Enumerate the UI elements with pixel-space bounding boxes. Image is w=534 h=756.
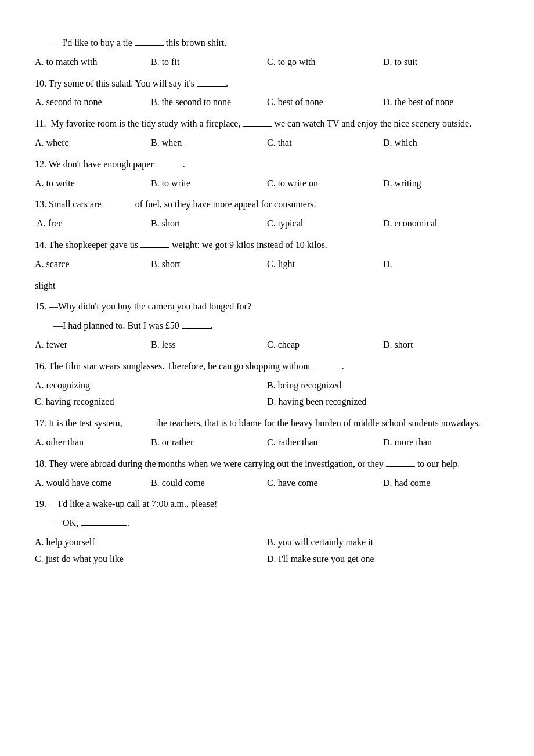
option-c: C. light (267, 256, 383, 273)
option-d: D. which (383, 135, 499, 152)
options-19: A. help yourself B. you will certainly m… (35, 534, 499, 568)
options-16-row1: A. recognizing B. being recognized (35, 377, 499, 394)
question-intro: —I'd like to buy a tie this brown shirt.… (35, 35, 499, 71)
question-18: 18. They were abroad during the months w… (35, 456, 499, 492)
option-b: B. could come (151, 475, 267, 492)
options-10: A. second to none B. the second to none … (35, 94, 499, 111)
blank (154, 167, 183, 167)
option-d: D. short (383, 337, 499, 354)
option-d: D. more than (383, 434, 499, 451)
blank (125, 426, 154, 426)
option-a: A. help yourself (35, 534, 267, 551)
question-12-text: 12. We don't have enough paper. (35, 156, 499, 173)
question-17: 17. It is the test system, the teachers,… (35, 415, 499, 451)
options-12: A. to write B. to write C. to write on D… (35, 175, 499, 192)
option-d: D. writing (383, 175, 499, 192)
option-c: C. typical (267, 215, 383, 232)
blank (182, 328, 211, 329)
option-b: B. being recognized (267, 377, 499, 394)
question-13: 13. Small cars are of fuel, so they have… (35, 196, 499, 232)
question-11-text: 11. My favorite room is the tidy study w… (35, 116, 499, 132)
option-c: C. have come (267, 475, 383, 492)
option-c: C. cheap (267, 337, 383, 354)
question-15b-text: —I had planned to. But I was £50 . (35, 318, 499, 334)
option-b: B. short (151, 256, 267, 273)
options-11: A. where B. when C. that D. which (35, 135, 499, 152)
question-18-text: 18. They were abroad during the months w… (35, 456, 499, 473)
blank (313, 369, 342, 369)
options-18: A. would have come B. could come C. have… (35, 475, 499, 492)
option-d: D. having been recognized (267, 394, 499, 411)
question-13-text: 13. Small cars are of fuel, so they have… (35, 196, 499, 213)
option-a: A. to write (35, 175, 151, 192)
blank (197, 86, 226, 87)
question-19b-text: —OK, . (35, 515, 499, 532)
options-19-row1: A. help yourself B. you will certainly m… (35, 534, 499, 551)
options-16: A. recognizing B. being recognized C. ha… (35, 377, 499, 411)
option-b: B. less (151, 337, 267, 354)
option-d: D. to suit (383, 54, 499, 71)
option-b: B. you will certainly make it (267, 534, 499, 551)
option-c: C. to go with (267, 54, 383, 71)
options-19-row2: C. just do what you like D. I'll make su… (35, 551, 499, 568)
options-intro: A. to match with B. to fit C. to go with… (35, 54, 499, 71)
question-15: 15. —Why didn't you buy the camera you h… (35, 298, 499, 353)
question-10: 10. Try some of this salad. You will say… (35, 75, 499, 111)
option-d: D. economical (383, 215, 499, 232)
options-13: A. free B. short C. typical D. economica… (35, 215, 499, 232)
blank (81, 525, 127, 526)
option-d-continued: slight (35, 278, 499, 294)
options-14: A. scarce B. short C. light D. (35, 256, 499, 273)
question-10-text: 10. Try some of this salad. You will say… (35, 75, 499, 92)
page-content: —I'd like to buy a tie this brown shirt.… (35, 35, 499, 568)
question-15a-text: 15. —Why didn't you buy the camera you h… (35, 298, 499, 315)
option-c: C. to write on (267, 175, 383, 192)
option-c: C. having recognized (35, 394, 267, 411)
question-16: 16. The film star wears sunglasses. Ther… (35, 358, 499, 411)
question-12: 12. We don't have enough paper. A. to wr… (35, 156, 499, 192)
question-14: 14. The shopkeeper gave us weight: we go… (35, 237, 499, 294)
option-a: A. to match with (35, 54, 151, 71)
question-17-text: 17. It is the test system, the teachers,… (35, 415, 499, 432)
question-16-text: 16. The film star wears sunglasses. Ther… (35, 358, 499, 375)
option-a: A. would have come (35, 475, 151, 492)
options-15: A. fewer B. less C. cheap D. short (35, 337, 499, 354)
blank (140, 247, 169, 248)
option-b: B. short (151, 215, 267, 232)
option-b: B. to fit (151, 54, 267, 71)
question-19a-text: 19. —I'd like a wake-up call at 7:00 a.m… (35, 496, 499, 513)
option-a: A. scarce (35, 256, 151, 273)
question-11: 11. My favorite room is the tidy study w… (35, 116, 499, 152)
option-d: D. I'll make sure you get one (267, 551, 499, 568)
option-a: A. free (35, 215, 151, 232)
option-c: C. that (267, 135, 383, 152)
options-17: A. other than B. or rather C. rather tha… (35, 434, 499, 451)
blank (135, 45, 164, 46)
question-14-text: 14. The shopkeeper gave us weight: we go… (35, 237, 499, 254)
option-a: A. fewer (35, 337, 151, 354)
option-a: A. other than (35, 434, 151, 451)
option-d: D. the best of none (383, 94, 499, 111)
option-a: A. second to none (35, 94, 151, 111)
option-a: A. where (35, 135, 151, 152)
blank (243, 126, 272, 127)
option-c: C. rather than (267, 434, 383, 451)
option-c: C. best of none (267, 94, 383, 111)
option-b: B. the second to none (151, 94, 267, 111)
question-intro-text: —I'd like to buy a tie this brown shirt. (35, 35, 499, 52)
options-16-row2: C. having recognized D. having been reco… (35, 394, 499, 411)
option-d: D. had come (383, 475, 499, 492)
option-b: B. to write (151, 175, 267, 192)
option-c: C. just do what you like (35, 551, 267, 568)
blank (104, 207, 133, 207)
option-b: B. or rather (151, 434, 267, 451)
question-19: 19. —I'd like a wake-up call at 7:00 a.m… (35, 496, 499, 567)
blank (386, 466, 415, 467)
option-d: D. (383, 256, 499, 273)
option-b: B. when (151, 135, 267, 152)
option-a: A. recognizing (35, 377, 267, 394)
